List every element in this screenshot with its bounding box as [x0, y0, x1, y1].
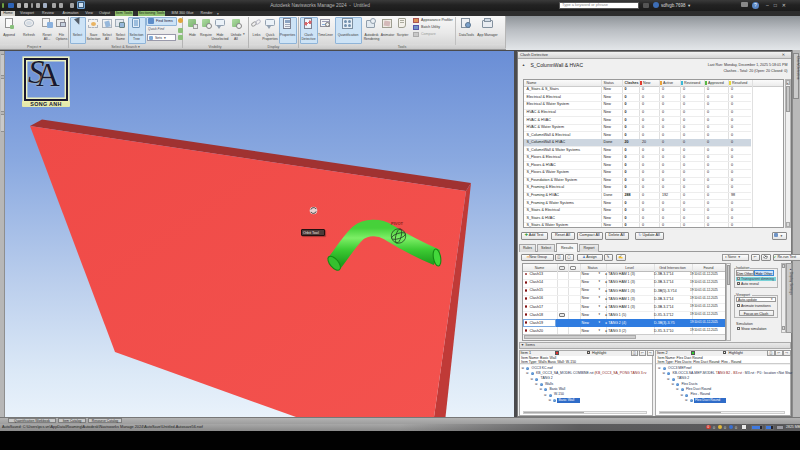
- svg-text:PIVOT: PIVOT: [391, 221, 404, 226]
